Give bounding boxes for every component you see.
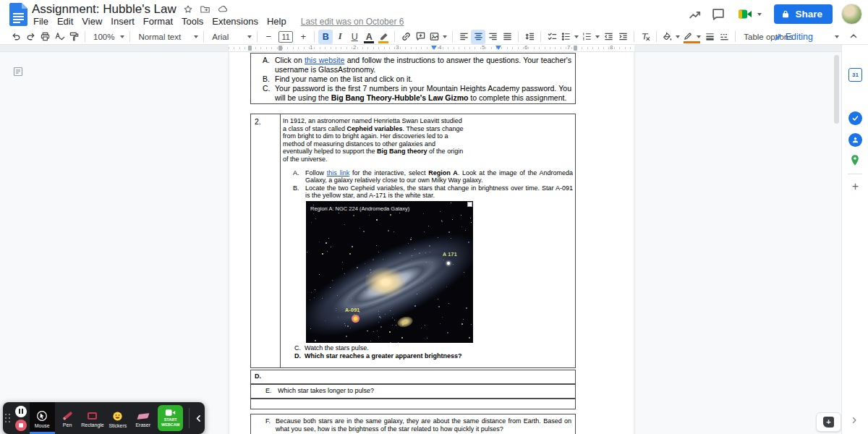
increase-indent-button[interactable] (616, 30, 630, 44)
rectangle-tool-button[interactable]: Rectangle (80, 402, 106, 434)
zoom-select[interactable]: 100% (89, 30, 126, 44)
menu-help[interactable]: Help (263, 15, 291, 27)
galaxy-core (365, 268, 406, 297)
contacts-icon[interactable] (848, 133, 862, 147)
question-row-e[interactable]: E. Which star takes longer to pulse? (250, 384, 576, 399)
document-title[interactable]: Assignment: Hubble's Law (32, 2, 176, 17)
question-row-f[interactable]: F. Because both stars are in the same ga… (250, 414, 576, 434)
add-comment-button[interactable] (413, 30, 427, 44)
last-edit-link[interactable]: Last edit was on October 6 (301, 17, 404, 27)
stop-recording-button[interactable] (15, 420, 27, 431)
stickers-icon (112, 411, 123, 422)
decrease-indent-button[interactable] (601, 30, 616, 44)
highlight-color-button[interactable] (376, 30, 391, 44)
mode-select[interactable]: Editing (773, 29, 839, 45)
text-color-button[interactable]: A (362, 30, 376, 44)
calendar-icon[interactable]: 31 (848, 68, 862, 82)
pen-tool-button[interactable]: Pen (55, 402, 80, 434)
align-right-button[interactable] (485, 30, 500, 44)
menu-format[interactable]: Format (139, 15, 177, 27)
menu-insert[interactable]: Insert (106, 15, 139, 27)
undo-button[interactable] (9, 30, 23, 44)
user-avatar[interactable] (841, 4, 862, 25)
start-webcam-button[interactable]: STARTWEBCAM (158, 405, 183, 431)
insert-image-button[interactable] (427, 30, 448, 44)
comment-history-icon[interactable] (711, 7, 726, 22)
share-button[interactable]: Share (774, 4, 833, 24)
hide-side-panel-button[interactable] (850, 416, 859, 425)
numbered-list-button[interactable] (580, 30, 601, 44)
star-icon[interactable] (183, 4, 193, 14)
this-link-link[interactable]: this link (327, 169, 349, 176)
menu-view[interactable]: View (77, 15, 106, 27)
document-outline-icon[interactable] (12, 66, 24, 77)
meet-dropdown-caret[interactable] (757, 13, 762, 16)
bulleted-list-button[interactable] (559, 30, 580, 44)
paint-format-button[interactable] (67, 30, 81, 44)
horizontal-ruler[interactable]: 1 2 3 4 5 6 7 8 (0, 45, 841, 51)
fill-color-button[interactable] (660, 30, 681, 44)
menu-tools[interactable]: Tools (177, 15, 208, 27)
meet-button[interactable] (734, 7, 765, 22)
table-column-marker[interactable] (574, 46, 577, 51)
border-dash-button[interactable] (717, 30, 731, 44)
tasks-icon[interactable] (848, 111, 862, 125)
font-size-decrease[interactable]: − (261, 30, 276, 44)
andromeda-galaxy-image[interactable]: Region A: NGC 224 (Andromeda Galaxy) A 1… (306, 201, 473, 343)
google-docs-logo-icon[interactable] (9, 3, 27, 26)
keep-icon[interactable] (848, 90, 862, 103)
align-left-button[interactable] (456, 30, 471, 44)
vertical-scrollbar[interactable] (834, 55, 839, 124)
table-column-marker[interactable] (278, 46, 282, 51)
answer-row-d[interactable]: D. (250, 370, 576, 384)
mode-dropdown-caret[interactable] (835, 35, 839, 38)
line-spacing-button[interactable] (522, 30, 537, 44)
pause-recording-button[interactable] (15, 406, 27, 417)
indent-marker[interactable] (431, 46, 437, 50)
image-resize-handle[interactable] (467, 202, 472, 207)
border-color-button[interactable] (681, 30, 702, 44)
star-dot (352, 246, 353, 247)
image-caption: Region A: NGC 224 (Andromeda Galaxy) (310, 205, 409, 213)
justify-button[interactable] (500, 30, 514, 44)
activity-dashboard-icon[interactable] (688, 7, 702, 22)
move-folder-icon[interactable] (200, 4, 210, 14)
mouse-tool-button[interactable]: Mouse (30, 402, 55, 434)
font-size-increase[interactable]: + (296, 30, 310, 44)
maps-icon[interactable] (848, 153, 862, 167)
styles-select[interactable]: Normal text (134, 30, 200, 44)
table-column-marker[interactable] (248, 46, 252, 51)
cloud-status-icon[interactable] (217, 4, 229, 14)
star-dot (331, 247, 331, 247)
indent-marker[interactable] (495, 46, 501, 50)
collapse-recorder-button[interactable] (192, 402, 205, 434)
star-dot (423, 213, 424, 214)
hide-menus-button[interactable] (848, 30, 859, 42)
list-marker: B. (263, 75, 275, 84)
italic-button[interactable]: I (333, 30, 347, 44)
clear-formatting-button[interactable] (638, 30, 652, 44)
menu-file[interactable]: File (29, 15, 53, 27)
insert-link-button[interactable] (399, 30, 413, 44)
get-addons-button[interactable]: + (848, 179, 862, 193)
stickers-tool-button[interactable]: Stickers (105, 402, 130, 434)
underline-button[interactable]: U (347, 30, 362, 44)
redo-button[interactable] (23, 30, 38, 44)
bold-button[interactable]: B (318, 30, 333, 44)
print-button[interactable] (38, 30, 52, 44)
answer-row-e[interactable] (250, 399, 576, 409)
drag-handle[interactable] (3, 402, 13, 434)
list-text: Which star reaches a greater apparent br… (305, 352, 573, 360)
font-select[interactable]: Arial (208, 30, 253, 44)
this-website-link[interactable]: this website (305, 56, 344, 64)
font-size-input[interactable]: 11 (278, 31, 293, 43)
menu-edit[interactable]: Edit (53, 15, 77, 27)
document-page[interactable]: A. Click on this website and follow the … (229, 52, 634, 434)
checklist-button[interactable] (545, 30, 559, 44)
spellcheck-button[interactable] (52, 30, 67, 44)
menu-extensions[interactable]: Extensions (208, 15, 263, 27)
eraser-tool-button[interactable]: Eraser (130, 402, 156, 434)
border-width-button[interactable] (702, 30, 717, 44)
align-center-button[interactable] (471, 30, 485, 44)
addon-launcher-button[interactable]: + (816, 412, 841, 432)
